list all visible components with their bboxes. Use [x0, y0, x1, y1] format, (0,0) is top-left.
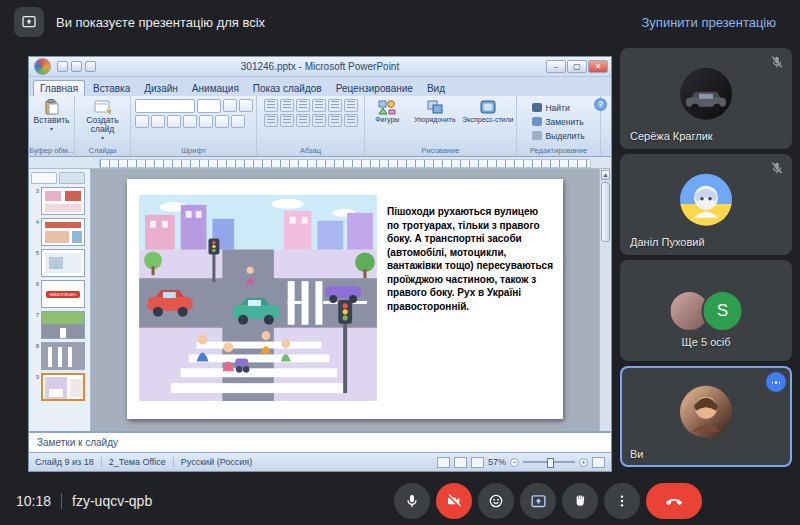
slide-thumbnail[interactable] [41, 218, 85, 246]
meeting-info: 10:18 fzy-uqcv-qpb [16, 493, 152, 509]
office-button[interactable] [34, 58, 51, 75]
mic-button[interactable] [394, 483, 430, 519]
participant-tile[interactable]: Даніл Пуховий [620, 154, 792, 255]
tab-view[interactable]: Вид [421, 81, 451, 96]
paste-dropdown-icon[interactable]: ▾ [50, 125, 53, 134]
scrollbar-thumb[interactable] [601, 182, 610, 242]
slide-thumbnail-current[interactable] [41, 373, 85, 401]
tab-insert[interactable]: Вставка [87, 81, 136, 96]
hand-icon [572, 493, 588, 509]
shrink-font-button[interactable] [239, 99, 253, 112]
redo-icon[interactable] [85, 61, 96, 72]
close-button[interactable]: ✕ [588, 60, 608, 73]
grow-font-button[interactable] [223, 99, 237, 112]
bullets-button[interactable] [264, 99, 278, 112]
fit-to-window-button[interactable] [592, 457, 605, 468]
replace-button[interactable]: Заменить [532, 115, 584, 128]
quick-access-toolbar [57, 61, 96, 72]
notes-pane[interactable]: Заметки к слайду [29, 431, 611, 452]
justify-button[interactable] [312, 114, 326, 127]
new-slide-button[interactable]: Создать слайд ▾ [83, 99, 123, 143]
align-left-button[interactable] [264, 114, 278, 127]
mic-off-icon [770, 55, 784, 73]
presenting-banner: Ви показуєте презентацію для всіх Зупини… [0, 0, 800, 44]
normal-view-button[interactable] [437, 457, 450, 468]
font-color-button[interactable] [231, 115, 245, 128]
ppt-title-bar: 301246.pptx - Microsoft PowerPoint – ▢ ✕ [29, 57, 611, 77]
zoom-slider-thumb[interactable] [547, 458, 554, 468]
avatar [680, 173, 732, 225]
paste-button[interactable]: Вставить ▾ [33, 99, 69, 134]
help-button[interactable]: ? [594, 98, 607, 111]
align-right-button[interactable] [296, 114, 310, 127]
participants-sidebar: Серёжа Краглик Даніл Пуховий [620, 48, 792, 472]
slide-body-text[interactable]: Пішоходи рухаються вулицею по тротуарах,… [387, 205, 553, 419]
find-button[interactable]: Найти [532, 101, 584, 114]
tab-animation[interactable]: Анимация [186, 81, 245, 96]
zoom-out-button[interactable]: − [510, 458, 519, 467]
tile-options-button[interactable] [766, 372, 786, 392]
quick-styles-button[interactable]: Экспресс-стили [462, 99, 514, 124]
align-center-button[interactable] [280, 114, 294, 127]
columns-button[interactable] [328, 114, 342, 127]
raise-hand-button[interactable] [562, 483, 598, 519]
font-size-select[interactable] [197, 99, 221, 113]
shapes-button[interactable]: Фигуры [367, 99, 408, 124]
stop-presenting-button[interactable]: Зупинити презентацію [636, 14, 782, 31]
tab-review[interactable]: Рецензирование [330, 81, 419, 96]
zoom-in-button[interactable]: + [579, 458, 588, 467]
ppt-status-bar: Слайд 9 из 18 2_Тема Office Русский (Рос… [29, 452, 611, 471]
camera-off-button[interactable] [436, 483, 472, 519]
slide-thumbnail[interactable] [41, 187, 85, 215]
slide-thumbnail[interactable] [41, 249, 85, 277]
call-controls [394, 483, 702, 519]
slide-thumbnail[interactable]: НЕБЕЗПЕЧНО [41, 280, 85, 308]
numbering-button[interactable] [280, 99, 294, 112]
leave-call-button[interactable] [646, 483, 702, 519]
tab-slideshow[interactable]: Показ слайдов [247, 81, 328, 96]
car-avatar-image [680, 67, 732, 119]
slide-thumbnail[interactable] [41, 342, 85, 370]
bold-button[interactable] [135, 115, 149, 128]
shadow-button[interactable] [199, 115, 213, 128]
indent-decrease-button[interactable] [296, 99, 310, 112]
slide-sorter-view-button[interactable] [454, 457, 467, 468]
undo-icon[interactable] [71, 61, 82, 72]
clipboard-group-label: Буфер обм... [29, 146, 74, 156]
zoom-controls: 57% − + [437, 457, 605, 468]
outline-panel-tab[interactable] [59, 172, 85, 184]
line-spacing-button[interactable] [328, 99, 342, 112]
underline-button[interactable] [167, 115, 181, 128]
slide-thumbnail[interactable] [41, 311, 85, 339]
overflow-participants-tile[interactable]: S Ще 5 осіб [620, 260, 792, 361]
tab-home[interactable]: Главная [33, 80, 85, 96]
strikethrough-button[interactable] [183, 115, 197, 128]
maximize-button[interactable]: ▢ [567, 60, 587, 73]
slide-editing-area: Пішоходи рухаються вулицею по тротуарах,… [91, 169, 611, 431]
zoom-slider[interactable] [523, 461, 575, 463]
new-slide-dropdown-icon[interactable]: ▾ [101, 134, 104, 143]
arrange-button[interactable]: Упорядочить [411, 99, 459, 124]
participant-tile[interactable]: Серёжа Краглик [620, 48, 792, 149]
minimize-button[interactable]: – [546, 60, 566, 73]
select-button[interactable]: Выделить [532, 129, 584, 142]
char-spacing-button[interactable] [215, 115, 229, 128]
self-tile[interactable]: Ви [620, 366, 792, 467]
select-icon [532, 131, 542, 140]
avatar-pair: S [669, 290, 744, 332]
align-text-button[interactable] [344, 114, 358, 127]
slide-canvas[interactable]: Пішоходи рухаються вулицею по тротуарах,… [127, 179, 563, 419]
tab-design[interactable]: Дизайн [138, 81, 184, 96]
text-direction-button[interactable] [344, 99, 358, 112]
slideshow-view-button[interactable] [471, 457, 484, 468]
italic-button[interactable] [151, 115, 165, 128]
present-button[interactable] [520, 483, 556, 519]
save-icon[interactable] [57, 61, 68, 72]
reactions-button[interactable] [478, 483, 514, 519]
more-options-button[interactable] [604, 483, 640, 519]
indent-increase-button[interactable] [312, 99, 326, 112]
slides-panel-tab[interactable] [31, 172, 57, 184]
vertical-scrollbar[interactable]: ▲ [599, 169, 611, 431]
font-name-select[interactable] [135, 99, 195, 113]
scroll-up-icon[interactable]: ▲ [601, 170, 610, 180]
